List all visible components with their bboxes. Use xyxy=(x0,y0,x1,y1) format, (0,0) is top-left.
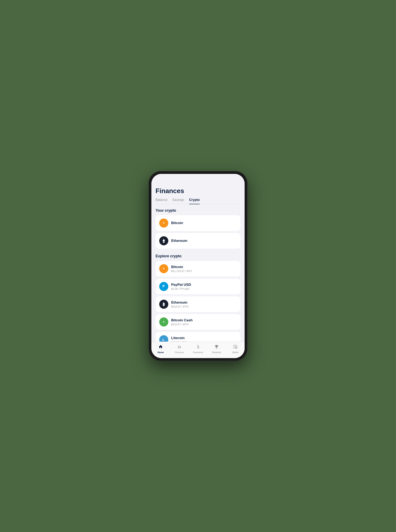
paypal-explore-icon xyxy=(159,282,168,291)
bitcoin-owned-name: Bitcoin xyxy=(171,221,183,225)
ethereum-explore-name: Ethereum xyxy=(171,300,188,305)
explore-crypto-section: Explore crypto Bitcoin $21,110.57 / BTC xyxy=(156,251,240,341)
tab-crypto[interactable]: Crypto xyxy=(189,198,200,204)
nav-home[interactable]: Home xyxy=(154,345,167,353)
paypal-explore-price: $1.00 / PYUSD xyxy=(171,287,191,290)
nav-payments-label: Payments xyxy=(193,351,203,353)
svg-text:Ł: Ł xyxy=(163,338,164,341)
nav-finances-label: Finances xyxy=(175,351,184,353)
litecoin-explore-card[interactable]: Ł Litecoin $48.96 / LTC xyxy=(156,332,240,341)
status-bar xyxy=(151,174,245,183)
phone-screen: Finances Balance Savings Crypto Your cry… xyxy=(151,174,245,358)
bitcoin-owned-card[interactable]: Bitcoin xyxy=(156,215,240,231)
bitcoin-cash-explore-info: Bitcoin Cash $210.57 / BTH xyxy=(171,318,193,326)
ethereum-icon xyxy=(159,236,168,245)
paypal-explore-info: PayPal USD $1.00 / PYUSD xyxy=(171,283,191,290)
litecoin-explore-info: Litecoin $48.96 / LTC xyxy=(171,336,186,342)
bitcoin-cash-icon xyxy=(159,317,168,327)
nav-rewards-label: Rewards xyxy=(212,351,221,353)
nav-wallet-label: Wallet xyxy=(232,351,239,353)
phone-device: Finances Balance Savings Crypto Your cry… xyxy=(149,171,247,361)
main-area: Finances Balance Savings Crypto Your cry… xyxy=(151,183,245,341)
bitcoin-owned-info: Bitcoin xyxy=(171,221,183,225)
nav-home-label: Home xyxy=(157,351,164,353)
nav-rewards[interactable]: Rewards xyxy=(210,345,223,353)
page-title: Finances xyxy=(156,183,240,198)
nav-payments[interactable]: Payments xyxy=(192,345,204,353)
wallet-icon xyxy=(233,345,238,350)
bitcoin-icon xyxy=(159,219,168,227)
ethereum-explore-icon xyxy=(159,300,168,309)
bitcoin-explore-name: Bitcoin xyxy=(171,265,192,269)
paypal-explore-name: PayPal USD xyxy=(171,283,191,287)
ethereum-explore-info: Ethereum $210.57 / ETH xyxy=(171,300,188,308)
paypal-explore-card[interactable]: PayPal USD $1.00 / PYUSD xyxy=(156,279,240,294)
tab-savings[interactable]: Savings xyxy=(172,198,184,204)
ethereum-owned-card[interactable]: Ethereum xyxy=(156,233,240,249)
your-crypto-title: Your crypto xyxy=(156,208,240,213)
bitcoin-cash-explore-price: $210.57 / BTH xyxy=(171,323,193,326)
explore-crypto-title: Explore crypto xyxy=(156,254,240,258)
bitcoin-explore-price: $21,110.57 / BTC xyxy=(171,269,192,273)
ethereum-explore-price: $210.57 / ETH xyxy=(171,305,188,308)
bitcoin-cash-explore-card[interactable]: Bitcoin Cash $210.57 / BTH xyxy=(156,314,240,330)
nav-finances[interactable]: Finances xyxy=(173,345,186,353)
bitcoin-explore-icon xyxy=(159,264,168,273)
tabs-bar: Balance Savings Crypto xyxy=(156,198,240,204)
bottom-navigation: Home Finances Pa xyxy=(151,341,245,358)
litecoin-explore-name: Litecoin xyxy=(171,336,186,340)
home-icon xyxy=(158,345,163,350)
your-crypto-section: Your crypto Bitcoin xyxy=(156,208,240,249)
bitcoin-explore-info: Bitcoin $21,110.57 / BTC xyxy=(171,265,192,273)
litecoin-icon: Ł xyxy=(159,335,168,341)
tab-balance[interactable]: Balance xyxy=(156,198,168,204)
dollar-icon xyxy=(196,345,200,350)
ethereum-owned-name: Ethereum xyxy=(171,239,187,243)
bitcoin-cash-explore-name: Bitcoin Cash xyxy=(171,318,193,322)
nav-wallet[interactable]: Wallet xyxy=(229,345,242,353)
bitcoin-explore-card[interactable]: Bitcoin $21,110.57 / BTC xyxy=(156,261,240,276)
bar-chart-icon xyxy=(177,345,182,350)
screen-content: Finances Balance Savings Crypto Your cry… xyxy=(151,183,245,358)
ethereum-explore-card[interactable]: Ethereum $210.57 / ETH xyxy=(156,296,240,312)
ethereum-owned-info: Ethereum xyxy=(171,239,187,243)
trophy-icon xyxy=(214,345,219,350)
